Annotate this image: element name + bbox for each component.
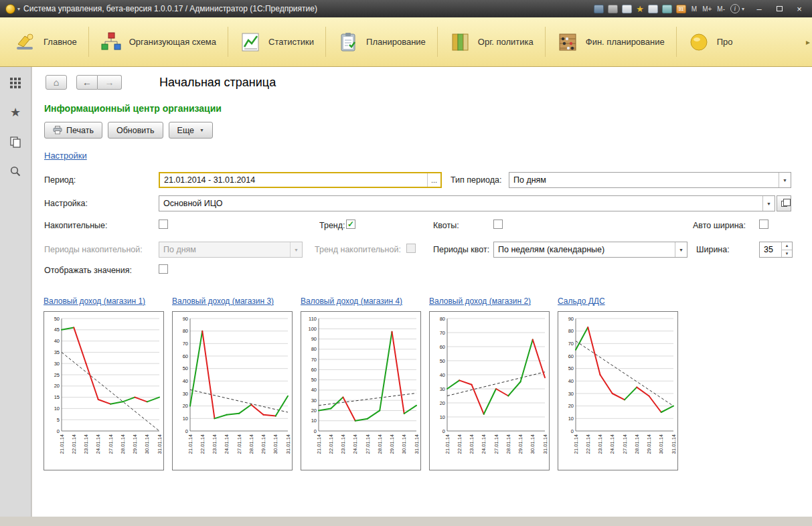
print-icon[interactable] bbox=[608, 5, 618, 13]
preview-icon[interactable] bbox=[622, 5, 632, 13]
trend-cumulative-checkbox bbox=[406, 244, 416, 253]
ribbon-label: Главное bbox=[44, 37, 77, 47]
minimize-button[interactable]: – bbox=[750, 3, 768, 15]
chart-title-link[interactable]: Валовый доход (магазин 1) bbox=[44, 296, 164, 306]
chevron-down-icon: ▼ bbox=[290, 242, 302, 257]
favorites-star-icon[interactable]: ★ bbox=[9, 106, 22, 119]
app-menu-chevron-icon[interactable]: ▾ bbox=[17, 6, 20, 12]
svg-text:40: 40 bbox=[440, 372, 445, 378]
section-heading: Информационный центр организации bbox=[44, 103, 812, 114]
history-pages-icon[interactable] bbox=[9, 135, 22, 149]
line-chart: 010203040506070809021.01.1422.01.1423.01… bbox=[558, 311, 678, 470]
auto-width-checkbox[interactable] bbox=[759, 220, 768, 229]
svg-text:0: 0 bbox=[314, 428, 317, 434]
ribbon-item-planning[interactable]: Планирование bbox=[325, 17, 437, 66]
settings-link[interactable]: Настройки bbox=[44, 151, 87, 161]
open-window-icon bbox=[781, 201, 787, 207]
svg-text:20: 20 bbox=[54, 383, 60, 389]
ribbon-label: Статистики bbox=[268, 37, 314, 47]
quotas-checkbox[interactable] bbox=[493, 220, 503, 229]
svg-text:31.01.14: 31.01.14 bbox=[285, 434, 291, 454]
favorites-star-icon[interactable]: ★ bbox=[636, 5, 644, 13]
svg-text:22.01.14: 22.01.14 bbox=[199, 434, 206, 454]
ribbon-overflow-chevron-icon[interactable]: ▸ bbox=[806, 37, 810, 47]
titlebar-overflow-chevron-icon[interactable]: ▾ bbox=[742, 6, 744, 12]
chevron-down-icon[interactable]: ▼ bbox=[675, 242, 687, 257]
chart-block: Валовый доход (магазин 3)010203040506070… bbox=[172, 296, 293, 470]
period-input[interactable]: 21.01.2014 - 31.01.2014 ... bbox=[159, 172, 442, 188]
svg-text:40: 40 bbox=[568, 378, 574, 384]
home-button[interactable]: ⌂ bbox=[46, 75, 67, 90]
setting-select[interactable]: Основной ИЦО ▼ bbox=[159, 195, 775, 211]
chart-block: Валовый доход (магазин 4)010203040506070… bbox=[301, 296, 421, 470]
chart-title-link[interactable]: Валовый доход (магазин 2) bbox=[429, 296, 550, 306]
ribbon-item-fin-planning[interactable]: Фин. планирование bbox=[545, 17, 676, 66]
main-content: ⌂ ← → Начальная страница Информационный … bbox=[32, 67, 812, 517]
svg-text:30.01.14: 30.01.14 bbox=[144, 434, 150, 454]
maximize-button[interactable] bbox=[770, 3, 788, 15]
ribbon-item-pro[interactable]: Про bbox=[676, 17, 744, 66]
svg-text:40: 40 bbox=[183, 378, 188, 384]
memory-button[interactable]: M bbox=[692, 5, 697, 13]
ribbon-item-org-schema[interactable]: Организующая схема bbox=[88, 17, 228, 66]
chevron-down-icon[interactable]: ▼ bbox=[779, 173, 791, 187]
refresh-button-label: Обновить bbox=[116, 126, 155, 135]
chart-title-link[interactable]: Валовый доход (магазин 4) bbox=[301, 296, 421, 306]
svg-text:31.01.14: 31.01.14 bbox=[414, 434, 420, 454]
svg-text:22.01.14: 22.01.14 bbox=[585, 434, 591, 454]
settings-form: Период: 21.01.2014 - 31.01.2014 ... Тип … bbox=[32, 172, 812, 283]
trend-checkbox[interactable]: ✓ bbox=[346, 220, 355, 229]
ribbon-label: Про bbox=[717, 37, 733, 47]
svg-text:0: 0 bbox=[185, 428, 188, 434]
svg-text:24.01.14: 24.01.14 bbox=[95, 434, 101, 454]
show-values-checkbox[interactable] bbox=[159, 264, 168, 274]
close-button[interactable]: × bbox=[791, 3, 808, 15]
period-type-select[interactable]: По дням ▼ bbox=[509, 172, 791, 188]
svg-text:50: 50 bbox=[311, 377, 317, 383]
calendar-icon[interactable]: 31 bbox=[676, 5, 686, 13]
forward-button[interactable]: → bbox=[98, 75, 122, 90]
svg-text:27.01.14: 27.01.14 bbox=[365, 434, 371, 454]
print-button[interactable]: Печать bbox=[44, 122, 102, 139]
ribbon-item-org-policy[interactable]: Орг. политика bbox=[437, 17, 545, 66]
svg-text:22.01.14: 22.01.14 bbox=[71, 434, 77, 454]
stepper-up-icon[interactable]: ▲ bbox=[782, 242, 792, 250]
app-menu-icon[interactable] bbox=[5, 4, 15, 14]
svg-text:20: 20 bbox=[311, 408, 317, 414]
svg-text:31.01.14: 31.01.14 bbox=[671, 434, 677, 454]
svg-text:60: 60 bbox=[311, 367, 317, 373]
memory-plus-button[interactable]: M+ bbox=[702, 5, 712, 13]
period-picker-button[interactable]: ... bbox=[427, 173, 440, 187]
width-stepper[interactable]: 35 ▲ ▼ bbox=[759, 242, 793, 258]
memory-minus-button[interactable]: M- bbox=[717, 5, 725, 13]
save-icon[interactable] bbox=[594, 5, 604, 13]
chevron-down-icon[interactable]: ▼ bbox=[762, 196, 775, 211]
svg-text:21.01.14: 21.01.14 bbox=[59, 434, 65, 454]
history-icon[interactable] bbox=[648, 5, 658, 13]
line-chart: 0102030405060708021.01.1422.01.1423.01.1… bbox=[429, 311, 550, 470]
stepper-down-icon[interactable]: ▼ bbox=[782, 250, 792, 258]
back-button[interactable]: ← bbox=[76, 75, 98, 90]
grid-menu-icon[interactable] bbox=[9, 76, 22, 90]
svg-text:31.01.14: 31.01.14 bbox=[157, 434, 163, 454]
navigation-row: ⌂ ← → Начальная страница bbox=[32, 67, 812, 90]
svg-text:70: 70 bbox=[568, 341, 574, 347]
ribbon-item-statistics[interactable]: Статистики bbox=[228, 17, 325, 66]
ribbon-item-main[interactable]: Главное bbox=[3, 17, 88, 66]
search-icon[interactable] bbox=[9, 165, 22, 178]
svg-text:60: 60 bbox=[440, 344, 445, 350]
info-icon[interactable]: i bbox=[730, 4, 740, 13]
more-button[interactable]: Еще ▼ bbox=[169, 122, 213, 139]
chart-title-link[interactable]: Валовый доход (магазин 3) bbox=[172, 296, 293, 306]
sphere-icon bbox=[687, 31, 710, 54]
svg-text:0: 0 bbox=[57, 428, 60, 434]
quota-periods-select[interactable]: По неделям (календарные) ▼ bbox=[493, 242, 687, 258]
open-setting-button[interactable] bbox=[777, 195, 791, 211]
history-nav-group: ← → bbox=[76, 75, 122, 90]
svg-text:29.01.14: 29.01.14 bbox=[132, 434, 138, 454]
cumulative-checkbox[interactable] bbox=[159, 220, 168, 229]
chart-title-link[interactable]: Сальдо ДДС bbox=[558, 296, 678, 306]
window-title: Система управления, бета-версия 1.0.0.17… bbox=[23, 4, 317, 13]
calculator-icon[interactable] bbox=[662, 5, 672, 13]
refresh-button[interactable]: Обновить bbox=[108, 122, 163, 139]
